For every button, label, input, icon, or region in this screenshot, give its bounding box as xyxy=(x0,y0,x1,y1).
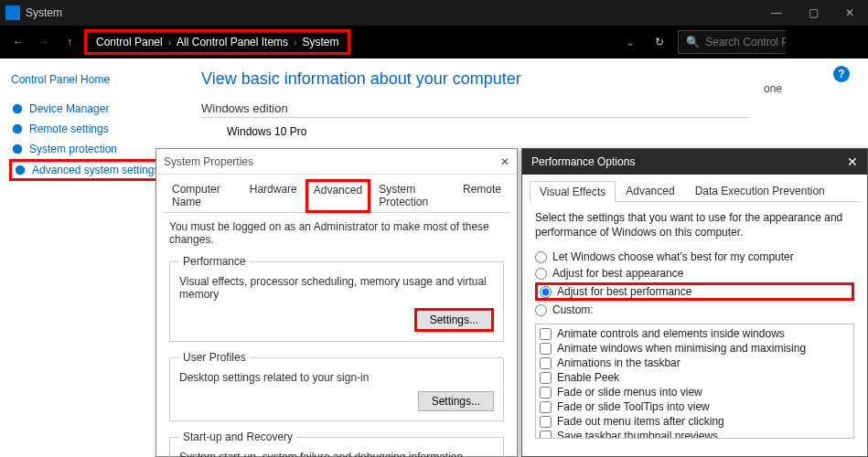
options-desc: Select the settings that you want to use… xyxy=(535,211,854,239)
check-save-thumbnails[interactable]: Save taskbar thumbnail previews xyxy=(540,429,850,439)
performance-group: Performance Visual effects, processor sc… xyxy=(169,255,504,342)
breadcrumb-part[interactable]: All Control Panel Items xyxy=(177,36,288,48)
profiles-desc: Desktop settings related to your sign-in xyxy=(179,371,494,384)
search-icon: 🔍 xyxy=(686,36,700,48)
chevron-right-icon: › xyxy=(294,37,296,48)
profiles-settings-button[interactable]: Settings... xyxy=(418,391,494,411)
tab-visual-effects[interactable]: Visual Effects xyxy=(530,181,616,202)
legend: Performance xyxy=(179,255,250,268)
breadcrumb-part[interactable]: System xyxy=(302,36,338,48)
sidebar-label: System protection xyxy=(29,143,117,155)
sidebar-link-advanced-system-settings[interactable]: Advanced system settings xyxy=(9,159,174,181)
legend: User Profiles xyxy=(179,351,250,364)
radio-best-performance[interactable]: Adjust for best performance xyxy=(535,282,854,301)
tab-hardware[interactable]: Hardware xyxy=(241,178,305,212)
tab-system-protection[interactable]: System Protection xyxy=(370,178,455,212)
legend: Start-up and Recovery xyxy=(179,430,296,443)
window-title: System xyxy=(26,6,62,19)
help-icon[interactable]: ? xyxy=(833,66,850,82)
sidebar-label: Advanced system settings xyxy=(32,164,159,176)
check-enable-peek[interactable]: Enable Peek xyxy=(540,370,850,385)
radio-best-appearance[interactable]: Adjust for best appearance xyxy=(535,265,854,282)
check-animate-windows[interactable]: Animate windows when minimising and maxi… xyxy=(540,341,850,356)
window-titlebar: System — ▢ ✕ xyxy=(0,0,868,26)
sidebar-label: Device Manager xyxy=(29,102,109,115)
admin-note: You must be logged on as an Administrato… xyxy=(169,220,504,246)
check-fade-menu-items[interactable]: Fade out menu items after clicking xyxy=(540,414,850,429)
sidebar-link-system-protection[interactable]: System protection xyxy=(9,139,174,159)
back-button[interactable]: ← xyxy=(7,31,29,53)
chevron-right-icon: › xyxy=(168,37,171,48)
radio-let-windows-choose[interactable]: Let Windows choose what's best for my co… xyxy=(535,249,854,265)
dialog-title: System Properties xyxy=(164,155,253,168)
svg-point-1 xyxy=(13,104,23,114)
chevron-down-icon[interactable]: ⌄ xyxy=(619,31,641,53)
radio-custom[interactable]: Custom: xyxy=(535,302,854,318)
check-animate-controls[interactable]: Animate controls and elements inside win… xyxy=(540,326,850,341)
up-button[interactable]: ↑ xyxy=(59,31,80,53)
performance-options-dialog: Performance Options ✕ Visual Effects Adv… xyxy=(521,148,868,457)
svg-point-2 xyxy=(13,124,23,134)
breadcrumb[interactable]: Control Panel › All Control Panel Items … xyxy=(84,29,350,55)
section-header: Windows edition xyxy=(201,101,750,118)
tab-row: Computer Name Hardware Advanced System P… xyxy=(164,178,509,213)
check-taskbar-anim[interactable]: Animations in the taskbar xyxy=(540,356,850,370)
refresh-button[interactable]: ↻ xyxy=(652,35,667,49)
startup-desc: System start-up, system failure and debu… xyxy=(179,451,494,457)
close-button[interactable]: ✕ xyxy=(831,0,868,26)
svg-point-4 xyxy=(16,165,26,175)
dialog-titlebar: System Properties ✕ xyxy=(156,149,517,175)
control-panel-home-link[interactable]: Control Panel Home xyxy=(9,69,174,90)
page-title: View basic information about your comput… xyxy=(201,69,850,89)
tab-advanced[interactable]: Advanced xyxy=(616,180,684,201)
dialog-title: Performance Options xyxy=(531,155,635,168)
address-bar: ← → ↑ Control Panel › All Control Panel … xyxy=(0,26,868,58)
tab-advanced[interactable]: Advanced xyxy=(305,179,370,213)
performance-settings-button[interactable]: Settings... xyxy=(414,308,494,332)
tab-row: Visual Effects Advanced Data Execution P… xyxy=(530,180,860,202)
edition-text: Windows 10 Pro xyxy=(201,125,850,138)
system-icon xyxy=(5,5,20,20)
check-fade-tooltips[interactable]: Fade or slide ToolTips into view xyxy=(540,399,850,414)
startup-recovery-group: Start-up and Recovery System start-up, s… xyxy=(169,430,504,457)
breadcrumb-part[interactable]: Control Panel xyxy=(96,36,163,48)
dialog-titlebar: Performance Options ✕ xyxy=(522,149,867,175)
minimize-button[interactable]: — xyxy=(758,0,795,26)
performance-desc: Visual effects, processor scheduling, me… xyxy=(179,275,494,301)
sidebar-link-remote-settings[interactable]: Remote settings xyxy=(9,119,174,139)
maximize-button[interactable]: ▢ xyxy=(795,0,831,26)
sidebar-label: Remote settings xyxy=(29,122,109,135)
check-fade-menus[interactable]: Fade or slide menus into view xyxy=(540,385,850,399)
user-profiles-group: User Profiles Desktop settings related t… xyxy=(169,351,504,421)
sidebar-link-device-manager[interactable]: Device Manager xyxy=(9,99,174,119)
close-icon[interactable]: ✕ xyxy=(500,155,509,168)
system-properties-dialog: System Properties ✕ Computer Name Hardwa… xyxy=(155,148,518,457)
tab-remote[interactable]: Remote xyxy=(455,178,509,212)
effects-checklist[interactable]: Animate controls and elements inside win… xyxy=(535,324,854,439)
svg-point-3 xyxy=(13,144,23,154)
close-icon[interactable]: ✕ xyxy=(847,154,858,169)
partial-text: one xyxy=(764,82,782,95)
tab-dep[interactable]: Data Execution Prevention xyxy=(685,180,835,201)
tab-computer-name[interactable]: Computer Name xyxy=(164,178,241,212)
forward-button[interactable]: → xyxy=(33,31,55,53)
